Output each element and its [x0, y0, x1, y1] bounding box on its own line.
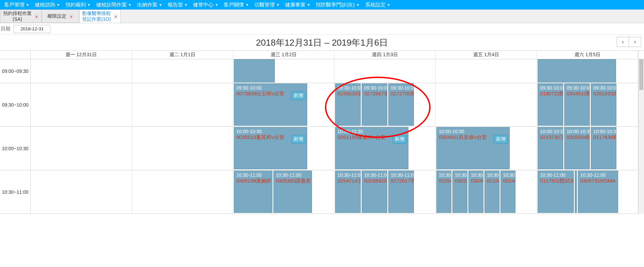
day-header: 週六 1月5日: [537, 51, 638, 59]
calendar-event[interactable]: 10:30-11:000254714王: [335, 171, 361, 213]
event-text: 0305504陳: [565, 134, 589, 141]
scrollbar-spacer: [638, 51, 644, 59]
calendar-event[interactable]: 09:30-10:000073809任玉明v台安新增: [234, 83, 307, 126]
menu-item[interactable]: 功醫管理▼: [252, 2, 282, 8]
tab[interactable]: 預約排程作業(SA)x: [0, 10, 42, 23]
menu-item[interactable]: 健康事業▼: [282, 2, 313, 8]
calendar-event[interactable]: 09:30-10:000281933洪: [591, 83, 616, 126]
calendar-event[interactable]: 10:00-10:300304561吳至偉v台安新增: [436, 127, 510, 169]
calendar-event[interactable]: [538, 59, 616, 82]
menu-item[interactable]: 出納作業▼: [134, 2, 165, 8]
scroll-thumb[interactable]: [639, 59, 643, 90]
calendar-event[interactable]: 10:30-100240: [500, 171, 515, 213]
date-input[interactable]: [14, 25, 50, 33]
time-slot-cell[interactable]: [31, 83, 132, 127]
week-nav: ‹ ›: [617, 37, 641, 47]
close-icon[interactable]: x: [114, 14, 118, 19]
event-text: 0272705黃: [389, 91, 414, 97]
time-column: 09:00~09:3009:30~10:0010:00~10:3010:30~1…: [0, 59, 31, 214]
chevron-down-icon: ▼: [87, 3, 91, 7]
add-button[interactable]: 新增: [291, 135, 305, 144]
time-slot-cell[interactable]: [132, 83, 233, 127]
calendar-event[interactable]: 10:30-103022: [452, 171, 467, 213]
calendar-event[interactable]: 09:30-10:000180722鄭: [538, 83, 563, 126]
add-button[interactable]: 新增: [392, 135, 407, 144]
calendar-event[interactable]: [575, 171, 577, 213]
menu-item[interactable]: 客戶管理▼: [1, 2, 32, 8]
event-text: 0305168黃婉婷: [234, 178, 272, 184]
event-time: [234, 60, 274, 61]
event-time: 10:30-11:00: [538, 171, 573, 178]
event-text: 0305731ROMA: [578, 178, 618, 184]
tab[interactable]: 權限設定x: [42, 10, 79, 23]
menu-item[interactable]: 預防醫學門診(欣)▼: [313, 2, 362, 8]
event-time: 10:00-10:30: [538, 127, 563, 134]
calendar-event[interactable]: 10:00-10:300305504陳: [564, 127, 590, 169]
event-time: 09:30-10:00: [335, 84, 360, 91]
day-header: 週五 1月4日: [436, 51, 537, 59]
time-slot-cell[interactable]: [132, 170, 233, 214]
menu-item[interactable]: 客戶關懷▼: [221, 2, 252, 8]
calendar-event[interactable]: 10:00-10:300117636朴: [591, 127, 616, 169]
chevron-down-icon: ▼: [57, 3, 60, 7]
add-button[interactable]: 新增: [494, 135, 508, 144]
event-time: 10:00-10:30: [591, 127, 616, 134]
time-slot-cell[interactable]: [31, 170, 132, 214]
menu-item[interactable]: 系統設定▼: [362, 2, 393, 8]
time-slot-label: 10:30~11:00: [0, 170, 31, 214]
calendar-event[interactable]: 10:00-10:300291159陳威仲v台安新增: [335, 127, 408, 169]
day-column[interactable]: [132, 59, 233, 214]
calendar-event[interactable]: 10:30-11:000305168黃婉婷: [234, 171, 272, 213]
calendar-event[interactable]: 10:30-11:000272617李: [388, 171, 414, 213]
day-header: 週三 1月2日: [233, 51, 334, 59]
menu-label: 客戶關懷: [224, 2, 244, 8]
time-slot-cell[interactable]: [436, 59, 537, 83]
calendar-event[interactable]: 10:30-11:000305360諶惠君: [273, 171, 312, 213]
add-button[interactable]: 新增: [291, 91, 305, 100]
calendar-event[interactable]: [234, 59, 275, 82]
day-column[interactable]: [31, 59, 132, 214]
calendar-event[interactable]: 10:30-102104: [484, 171, 499, 213]
calendar-event[interactable]: 10:30-102254: [436, 171, 451, 213]
time-slot-cell[interactable]: [334, 59, 435, 83]
calendar-event[interactable]: 10:00-10:300035513董其和v台安新增: [234, 127, 307, 169]
chevron-down-icon: ▼: [356, 3, 360, 7]
menu-label: 預防醫學門診(欣): [316, 2, 355, 8]
menu-label: 預約報到: [65, 2, 86, 8]
close-icon[interactable]: x: [34, 14, 39, 19]
time-slot-cell[interactable]: [132, 127, 233, 170]
menu-item[interactable]: 健檢諮詢▼: [32, 2, 63, 8]
menu-item[interactable]: 健管中心▼: [190, 2, 221, 8]
prev-week-button[interactable]: ‹: [617, 37, 629, 47]
calendar-event[interactable]: 09:30-10:000304510鄭: [564, 83, 590, 126]
calendar-event[interactable]: 09:30-10:000272667張: [362, 83, 387, 126]
vertical-scrollbar[interactable]: [638, 59, 644, 214]
time-slot-cell[interactable]: [31, 127, 132, 170]
close-icon[interactable]: x: [69, 14, 73, 19]
menu-item[interactable]: 報告室▼: [165, 2, 191, 8]
time-slot-label: 09:00~09:30: [0, 59, 31, 83]
event-text: 02254: [437, 178, 451, 184]
tab-strip: 預約排程作業(SA)x權限設定x影像醫學排程登記作業(1O)x: [0, 10, 644, 23]
chevron-down-icon: ▼: [387, 3, 390, 7]
event-group: 10:00-10:300304561吳至偉v台安新增: [436, 127, 510, 169]
time-slot-cell[interactable]: [132, 59, 233, 83]
day-columns: 09:30-10:000073809任玉明v台安新增10:00-10:30003…: [31, 59, 638, 214]
calendar-event[interactable]: 10:30-11:000203882邱: [362, 171, 387, 213]
tab[interactable]: 影像醫學排程登記作業(1O)x: [79, 10, 121, 23]
calendar-event[interactable]: 10:30-11:000305731ROMA: [578, 171, 618, 213]
menu-label: 功醫管理: [254, 2, 275, 8]
calendar-event[interactable]: 09:30-10:000159535張: [335, 83, 361, 126]
calendar-event[interactable]: 10:00-10:300213730王: [538, 127, 563, 169]
menu-item[interactable]: 健檢診間作業▼: [93, 2, 134, 8]
calendar-event[interactable]: 10:30-11:000117602鄭武雄: [538, 171, 574, 213]
calendar-event[interactable]: 09:30-10:000272705黃: [388, 83, 414, 126]
event-time: 10:30-11:00: [389, 171, 414, 178]
menu-item[interactable]: 預約報到▼: [63, 2, 93, 8]
next-week-button[interactable]: ›: [629, 37, 641, 47]
time-slot-cell[interactable]: [31, 59, 132, 83]
week-title: 2018年12月31日 – 2019年1月6日: [256, 37, 388, 49]
calendar-event[interactable]: 10:30-103048: [468, 171, 483, 213]
event-time: 09:30-10:00: [538, 84, 563, 91]
time-slot-cell[interactable]: [436, 83, 537, 127]
